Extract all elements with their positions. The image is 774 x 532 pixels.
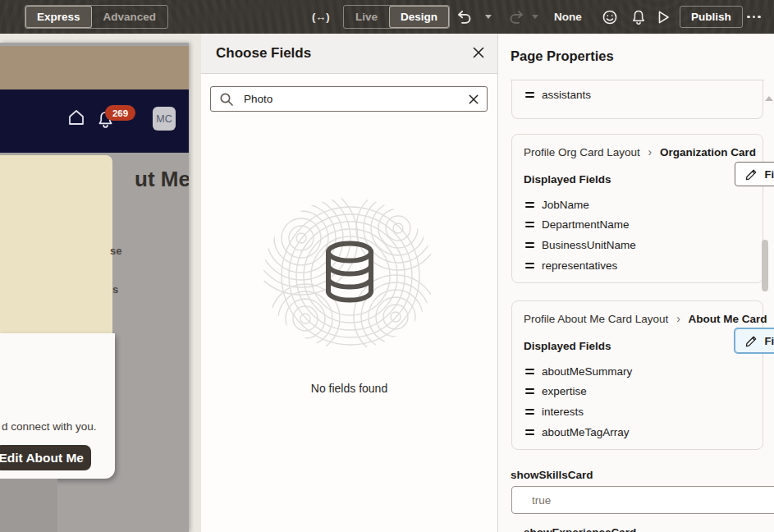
empty-state-message: No fields found [201,382,497,395]
close-icon[interactable] [473,47,484,58]
drag-handle-icon [525,202,534,208]
field-label: interests [542,406,584,418]
text-fragment: se [110,245,121,257]
drag-handle-icon [525,429,534,435]
preview-about-card: d connect with you. Edit About Me [0,333,115,479]
redo-dropdown-caret[interactable] [532,0,538,34]
field-label: DepartmentName [542,218,630,231]
tab-live[interactable]: Live [344,6,389,28]
displayed-fields-row: Displayed Fields [524,333,751,358]
panel-title: Choose Fields [216,45,311,62]
search-input[interactable] [242,92,469,106]
drag-handle-icon [525,263,534,268]
top-toolbar: Express Advanced (↔) Live Design None [0,0,774,34]
page-properties-panel: Page Properties assistants Profile Org C… [498,34,774,532]
feedback-smiley-icon[interactable] [602,0,618,34]
preview-page-body: ut Me se s d connect with you. Edit Abou… [0,153,189,532]
field-label: JobName [542,199,589,211]
show-skills-card-label: showSkillsCard [511,469,593,481]
edit-fields-button-label: Fi [764,335,774,347]
about-me-card-section: Profile About Me Card Layout › About Me … [511,300,763,450]
preview-banner [0,46,189,89]
audit-status[interactable]: None [554,0,582,34]
edit-about-me-button[interactable]: Edit About Me [0,445,91,470]
home-icon[interactable] [66,108,86,127]
panel-title: Page Properties [511,48,614,64]
mode-switcher: Express Advanced [25,5,168,29]
about-me-heading-fragment: ut Me [135,167,189,192]
preview-play-icon[interactable] [655,0,671,34]
pencil-icon [745,168,758,181]
more-menu-icon[interactable] [747,0,761,34]
no-results-illustration [260,195,439,351]
tab-advanced[interactable]: Advanced [92,6,168,28]
scrollbar-thumb[interactable] [762,240,768,291]
breadcrumb: Profile About Me Card Layout › About Me … [524,312,751,325]
about-card-text-fragment: d connect with you. [2,420,97,433]
database-icon [320,241,379,306]
edit-fields-button[interactable]: Fi [735,162,774,186]
pencil-icon [745,335,758,347]
text-fragment: s [112,283,118,296]
chevron-right-icon: › [676,312,680,325]
clear-search-icon[interactable] [469,94,479,104]
preview-header-bar: 269 MC [0,89,189,153]
field-label: aboutMeSummary [542,365,632,378]
choose-fields-panel: Choose Fields [201,34,498,532]
assistants-card: assistants [511,80,763,119]
field-item[interactable]: BusinessUnitName [524,235,751,255]
redo-icon[interactable] [508,0,524,34]
displayed-fields-label: Displayed Fields [524,340,611,352]
scroll-up-arrow-icon[interactable] [765,96,773,101]
tab-express[interactable]: Express [25,6,92,28]
breadcrumb-current: Organization Card [660,146,756,158]
displayed-fields-row: Displayed Fields [524,167,751,191]
preview-cream-card [0,155,112,333]
field-item[interactable]: JobName [524,195,751,215]
breadcrumb: Profile Org Card Layout › Organization C… [524,145,751,158]
field-item[interactable]: interests [524,401,751,422]
drag-handle-icon [525,242,534,248]
undo-dropdown-caret[interactable] [485,0,492,34]
displayed-fields-label: Displayed Fields [524,173,611,186]
field-label: BusinessUnitName [542,239,636,251]
publish-button[interactable]: Publish [680,6,743,28]
field-item[interactable]: aboutMeTagArray [524,422,751,443]
field-label: aboutMeTagArray [542,426,630,438]
canvas-background: 269 MC ut Me se s d connect with you. Ed… [0,34,201,532]
toolbar-divider [447,8,448,25]
field-item[interactable]: DepartmentName [524,215,751,236]
field-label: assistants [542,89,591,101]
field-item[interactable]: assistants [524,85,751,105]
drag-handle-icon [525,409,534,415]
app-window: Express Advanced (↔) Live Design None [0,0,774,532]
live-design-switcher: Live Design [343,5,450,29]
breadcrumb-current: About Me Card [689,313,767,325]
drag-handle-icon [525,369,534,374]
page-preview-window: 269 MC ut Me se s d connect with you. Ed… [0,43,189,532]
edit-fields-button-label: Fi [764,168,774,181]
notifications-bell-icon[interactable] [630,0,647,34]
drag-handle-icon [525,388,534,394]
drag-handle-icon [525,92,534,98]
show-skills-card-input[interactable] [511,486,774,514]
tab-design[interactable]: Design [389,6,449,28]
field-label: expertise [542,385,587,397]
undo-icon[interactable] [456,0,473,34]
avatar[interactable]: MC [153,107,176,131]
field-search-box [210,86,488,112]
code-view-icon[interactable]: (↔) [312,0,330,34]
notification-badge: 269 [105,105,135,121]
show-experience-card-label: showExperienceCard [524,526,636,532]
choose-fields-header: Choose Fields [201,34,497,74]
preview-sidebar-strip [0,479,57,532]
drag-handle-icon [525,222,534,227]
field-item[interactable]: expertise [524,382,751,402]
field-item[interactable]: representatives [524,255,751,276]
breadcrumb-parent: Profile Org Card Layout [524,146,640,158]
chevron-right-icon: › [648,145,653,158]
organization-card-section: Profile Org Card Layout › Organization C… [511,134,763,283]
field-item[interactable]: aboutMeSummary [524,361,751,382]
breadcrumb-parent: Profile About Me Card Layout [524,313,668,325]
edit-fields-button[interactable]: Fi [735,328,774,353]
